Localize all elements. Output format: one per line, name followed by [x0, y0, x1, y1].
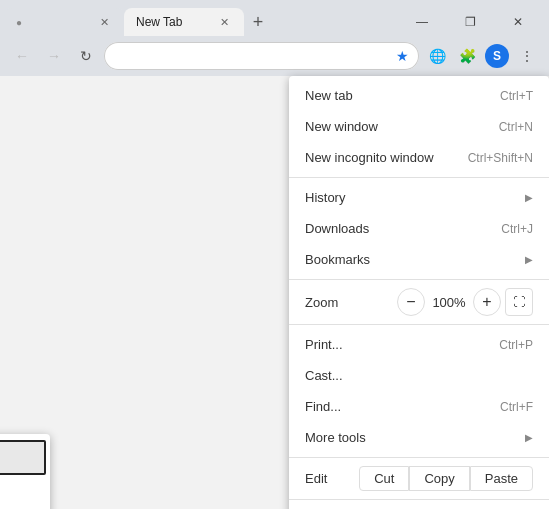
new-tab-button[interactable]: + [244, 8, 272, 36]
menu-item-history[interactable]: History ▶ [289, 182, 549, 213]
menu-item-new-incognito-shortcut: Ctrl+Shift+N [468, 151, 533, 165]
chrome-menu: New tab Ctrl+T New window Ctrl+N New inc… [289, 76, 549, 509]
zoom-value: 100% [429, 295, 469, 310]
menu-item-new-tab[interactable]: New tab Ctrl+T [289, 80, 549, 111]
maximize-button[interactable]: ❐ [447, 8, 493, 36]
zoom-minus-button[interactable]: − [397, 288, 425, 316]
extensions-button[interactable]: 🧩 [453, 42, 481, 70]
menu-item-more-tools[interactable]: More tools ▶ [289, 422, 549, 453]
tab-active[interactable]: New Tab ✕ [124, 8, 244, 36]
zoom-controls: − 100% + ⛶ [397, 288, 533, 316]
zoom-fullscreen-button[interactable]: ⛶ [505, 288, 533, 316]
menu-item-downloads[interactable]: Downloads Ctrl+J [289, 213, 549, 244]
zoom-minus-icon: − [406, 293, 415, 311]
menu-divider-1 [289, 177, 549, 178]
zoom-plus-icon: + [482, 293, 491, 311]
edit-label: Edit [305, 471, 359, 486]
zoom-fullscreen-icon: ⛶ [513, 295, 525, 309]
menu-item-history-label: History [305, 190, 517, 205]
menu-icon: ⋮ [520, 48, 534, 64]
tab-inactive[interactable]: ● ✕ [4, 8, 124, 36]
menu-item-find-shortcut: Ctrl+F [500, 400, 533, 414]
menu-divider-5 [289, 499, 549, 500]
address-bar[interactable]: ★ [104, 42, 419, 70]
zoom-row: Zoom − 100% + ⛶ [289, 284, 549, 320]
menu-item-new-window-shortcut: Ctrl+N [499, 120, 533, 134]
menu-item-settings[interactable]: Settings [289, 504, 549, 509]
browser-window: ● ✕ New Tab ✕ + — ❐ ✕ [0, 0, 549, 509]
menu-item-history-arrow: ▶ [525, 192, 533, 203]
close-icon: ✕ [513, 15, 523, 29]
zoom-label: Zoom [305, 295, 397, 310]
menu-item-new-incognito[interactable]: New incognito window Ctrl+Shift+N [289, 142, 549, 173]
tab-favicon-inactive: ● [16, 17, 22, 28]
menu-divider-3 [289, 324, 549, 325]
menu-item-bookmarks-arrow: ▶ [525, 254, 533, 265]
menu-item-print-shortcut: Ctrl+P [499, 338, 533, 352]
toolbar-icons: 🌐 🧩 S ⋮ [423, 42, 541, 70]
menu-item-downloads-label: Downloads [305, 221, 501, 236]
profile-button[interactable]: S [483, 42, 511, 70]
bookmark-star-icon[interactable]: ★ [396, 48, 409, 64]
forward-icon: → [47, 48, 61, 64]
back-icon: ← [15, 48, 29, 64]
refresh-icon: ↻ [80, 48, 92, 64]
window-controls: — ❐ ✕ [399, 8, 545, 36]
avatar: S [485, 44, 509, 68]
back-button[interactable]: ← [8, 42, 36, 70]
refresh-button[interactable]: ↻ [72, 42, 100, 70]
tab-bar: ● ✕ New Tab ✕ + — ❐ ✕ [0, 0, 549, 36]
menu-divider-4 [289, 457, 549, 458]
forward-button[interactable]: → [40, 42, 68, 70]
menu-item-new-window-label: New window [305, 119, 499, 134]
tab-close-inactive[interactable]: ✕ [96, 14, 112, 30]
menu-item-print[interactable]: Print... Ctrl+P [289, 329, 549, 360]
zoom-plus-button[interactable]: + [473, 288, 501, 316]
copy-button[interactable]: Copy [409, 466, 469, 491]
menu-button[interactable]: ⋮ [513, 42, 541, 70]
tab-close-active[interactable]: ✕ [216, 14, 232, 30]
menu-item-find-label: Find... [305, 399, 500, 414]
extensions-icon: 🧩 [459, 48, 476, 64]
menu-item-more-tools-label: More tools [305, 430, 517, 445]
translate-button[interactable]: 🌐 [423, 42, 451, 70]
menu-divider-2 [289, 279, 549, 280]
menu-item-more-tools-arrow: ▶ [525, 432, 533, 443]
minimize-icon: — [416, 15, 428, 29]
cut-button[interactable]: Cut [359, 466, 409, 491]
help-submenu-item-about[interactable]: About Google Chrome [0, 440, 46, 475]
menu-item-bookmarks-label: Bookmarks [305, 252, 517, 267]
menu-item-find[interactable]: Find... Ctrl+F [289, 391, 549, 422]
help-submenu: About Google Chrome Help center Report a… [0, 434, 50, 509]
edit-row: Edit Cut Copy Paste [289, 462, 549, 495]
menu-item-cast-label: Cast... [305, 368, 533, 383]
menu-item-cast[interactable]: Cast... [289, 360, 549, 391]
menu-item-downloads-shortcut: Ctrl+J [501, 222, 533, 236]
close-button[interactable]: ✕ [495, 8, 541, 36]
new-tab-icon: + [253, 12, 264, 33]
page-content: New tab Ctrl+T New window Ctrl+N New inc… [0, 76, 549, 509]
help-submenu-item-center[interactable]: Help center [0, 477, 50, 508]
translate-icon: 🌐 [429, 48, 446, 64]
tab-label-active: New Tab [136, 15, 210, 29]
paste-button[interactable]: Paste [470, 466, 533, 491]
menu-item-new-tab-shortcut: Ctrl+T [500, 89, 533, 103]
menu-item-new-incognito-label: New incognito window [305, 150, 468, 165]
menu-item-print-label: Print... [305, 337, 499, 352]
menu-item-new-window[interactable]: New window Ctrl+N [289, 111, 549, 142]
avatar-letter: S [493, 49, 501, 63]
minimize-button[interactable]: — [399, 8, 445, 36]
maximize-icon: ❐ [465, 15, 476, 29]
menu-item-new-tab-label: New tab [305, 88, 500, 103]
menu-item-bookmarks[interactable]: Bookmarks ▶ [289, 244, 549, 275]
omnibar: ← → ↻ ★ 🌐 🧩 S ⋮ [0, 36, 549, 76]
